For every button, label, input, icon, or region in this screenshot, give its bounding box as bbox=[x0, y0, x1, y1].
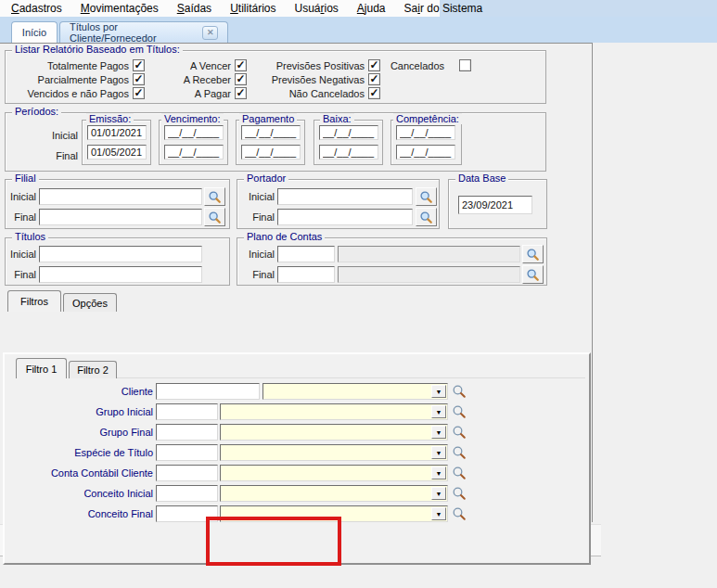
group-filial: Filial Inicial Final bbox=[5, 179, 230, 229]
search-conceito-final-icon[interactable] bbox=[452, 506, 467, 521]
input-vencimento-final[interactable] bbox=[164, 145, 224, 160]
input-titulos-final[interactable] bbox=[39, 266, 202, 283]
menu-usuarios[interactable]: Usuários bbox=[285, 2, 347, 15]
tab-inicio[interactable]: Início bbox=[11, 21, 58, 43]
combo-grupo-final[interactable]: ▼ bbox=[220, 424, 448, 441]
input-filial-inicial[interactable] bbox=[39, 188, 202, 205]
menu-utilitarios[interactable]: Utilitários bbox=[221, 2, 285, 15]
input-plano-inicial-codigo[interactable] bbox=[277, 246, 335, 262]
input-grupo-final-codigo[interactable] bbox=[156, 424, 218, 441]
group-pagamento-title: Pagamento bbox=[239, 113, 297, 124]
label-periodo-final: Final bbox=[41, 150, 78, 161]
report-form: Listar Relatório Baseado em Títulos: Tot… bbox=[0, 43, 593, 522]
menu-movimentacoes[interactable]: Movimentações bbox=[71, 2, 168, 15]
menu-sair-do-sistema[interactable]: Sair do Sistema bbox=[395, 2, 493, 15]
combo-grupo-inicial[interactable]: ▼ bbox=[220, 403, 448, 420]
input-titulos-inicial[interactable] bbox=[39, 246, 202, 262]
combo-cliente[interactable]: ▼ bbox=[262, 383, 448, 400]
label-previsoes-positivas: Previsões Positivas bbox=[245, 60, 365, 71]
search-especie-icon[interactable] bbox=[452, 445, 467, 460]
chevron-down-icon[interactable]: ▼ bbox=[431, 467, 446, 479]
chevron-down-icon[interactable]: ▼ bbox=[431, 405, 446, 418]
input-especie-codigo[interactable] bbox=[156, 444, 218, 461]
group-filial-title: Filial bbox=[12, 173, 39, 184]
input-cliente-codigo[interactable] bbox=[156, 383, 260, 400]
checkbox-vencidos-nao-pagos[interactable]: ✓ bbox=[133, 87, 145, 99]
search-conceito-inicial-icon[interactable] bbox=[452, 486, 467, 501]
search-plano-final-button[interactable] bbox=[522, 265, 544, 284]
checkbox-nao-cancelados[interactable]: ✓ bbox=[368, 87, 380, 99]
group-titulos: Títulos Inicial Final bbox=[5, 237, 230, 286]
tab-filtro-1[interactable]: Filtro 1 bbox=[16, 358, 67, 378]
search-icon bbox=[419, 190, 433, 204]
checkbox-parcialmente-pagos[interactable]: ✓ bbox=[133, 73, 145, 85]
group-baixa: Baixa: bbox=[314, 120, 383, 165]
search-portador-inicial-button[interactable] bbox=[416, 187, 437, 206]
input-data-base[interactable] bbox=[458, 196, 532, 214]
menu-saidas[interactable]: Saídas bbox=[168, 2, 221, 15]
input-baixa-inicial[interactable] bbox=[319, 125, 378, 140]
input-emissao-final[interactable] bbox=[87, 145, 147, 160]
label-grupo-final: Grupo Final bbox=[5, 427, 153, 438]
input-pagamento-final[interactable] bbox=[241, 145, 301, 160]
input-competencia-final[interactable] bbox=[396, 145, 455, 160]
tab-titulos-por-cliente-fornecedor[interactable]: Títulos por Cliente/Fornecedor ✕ bbox=[59, 21, 228, 43]
filtros-panel: Filtro 1 Filtro 2 Cliente ▼ Grupo Inicia… bbox=[3, 352, 591, 565]
search-cliente-icon[interactable] bbox=[452, 384, 467, 399]
checkbox-cancelados[interactable] bbox=[459, 59, 471, 71]
close-tab-icon[interactable]: ✕ bbox=[202, 26, 218, 40]
checkbox-totalmente-pagos[interactable]: ✓ bbox=[133, 59, 145, 71]
menu-bar: Cadastros Movimentações Saídas Utilitári… bbox=[0, 0, 717, 17]
input-grupo-inicial-codigo[interactable] bbox=[156, 403, 218, 420]
checkbox-previsoes-negativas[interactable]: ✓ bbox=[368, 73, 380, 85]
tab-opcoes[interactable]: Opções bbox=[63, 293, 117, 312]
input-conceito-inicial-codigo[interactable] bbox=[156, 485, 218, 502]
combo-especie[interactable]: ▼ bbox=[220, 444, 448, 461]
input-emissao-inicial[interactable] bbox=[87, 125, 147, 140]
tab-filtro-2[interactable]: Filtro 2 bbox=[69, 361, 117, 378]
label-filial-inicial: Inicial bbox=[6, 191, 36, 202]
search-filial-inicial-button[interactable] bbox=[204, 187, 225, 206]
label-filial-final: Final bbox=[6, 211, 36, 223]
tab-filtros[interactable]: Filtros bbox=[7, 290, 61, 312]
menu-ajuda[interactable]: Ajuda bbox=[348, 2, 395, 15]
input-conta-contabil-codigo[interactable] bbox=[156, 465, 218, 481]
menu-cadastros[interactable]: Cadastros bbox=[2, 2, 71, 15]
search-plano-inicial-button[interactable] bbox=[522, 245, 544, 263]
input-portador-final[interactable] bbox=[277, 209, 413, 225]
search-grupo-inicial-icon[interactable] bbox=[452, 404, 467, 419]
chevron-down-icon[interactable]: ▼ bbox=[431, 446, 446, 459]
search-grupo-final-icon[interactable] bbox=[452, 425, 467, 440]
group-baixa-title: Baixa: bbox=[320, 113, 354, 124]
input-filial-final[interactable] bbox=[39, 209, 202, 225]
document-tabstrip: Início Títulos por Cliente/Fornecedor ✕ bbox=[0, 17, 717, 43]
input-conceito-final-codigo[interactable] bbox=[156, 505, 218, 522]
group-data-base: Data Base bbox=[448, 179, 547, 229]
field-plano-final-descricao bbox=[338, 266, 520, 283]
chevron-down-icon[interactable]: ▼ bbox=[431, 507, 446, 520]
label-titulos-inicial: Inicial bbox=[6, 249, 36, 260]
combo-conceito-final[interactable]: ▼ bbox=[220, 505, 448, 522]
group-competencia: Competência: bbox=[391, 120, 462, 165]
group-pagamento: Pagamento bbox=[236, 120, 305, 165]
input-pagamento-inicial[interactable] bbox=[241, 125, 301, 140]
combo-conceito-inicial[interactable]: ▼ bbox=[220, 485, 448, 502]
input-plano-final-codigo[interactable] bbox=[277, 266, 335, 283]
chevron-down-icon[interactable]: ▼ bbox=[431, 385, 446, 398]
group-periodos-title: Períodos: bbox=[12, 106, 61, 117]
search-portador-final-button[interactable] bbox=[416, 208, 437, 226]
combo-conta-contabil[interactable]: ▼ bbox=[220, 465, 448, 481]
search-icon bbox=[419, 211, 433, 224]
input-baixa-final[interactable] bbox=[319, 145, 378, 160]
input-competencia-inicial[interactable] bbox=[396, 125, 455, 140]
label-nao-cancelados: Não Cancelados bbox=[245, 88, 365, 99]
app-window: Cadastros Movimentações Saídas Utilitári… bbox=[0, 0, 717, 588]
chevron-down-icon[interactable]: ▼ bbox=[431, 426, 446, 439]
group-plano-de-contas: Plano de Contas Inicial Final bbox=[237, 237, 547, 286]
input-vencimento-inicial[interactable] bbox=[164, 125, 224, 140]
search-filial-final-button[interactable] bbox=[204, 208, 225, 226]
group-portador: Portador Inicial Final bbox=[237, 179, 440, 229]
input-portador-inicial[interactable] bbox=[277, 188, 413, 205]
chevron-down-icon[interactable]: ▼ bbox=[431, 487, 446, 500]
search-conta-contabil-icon[interactable] bbox=[452, 466, 467, 480]
